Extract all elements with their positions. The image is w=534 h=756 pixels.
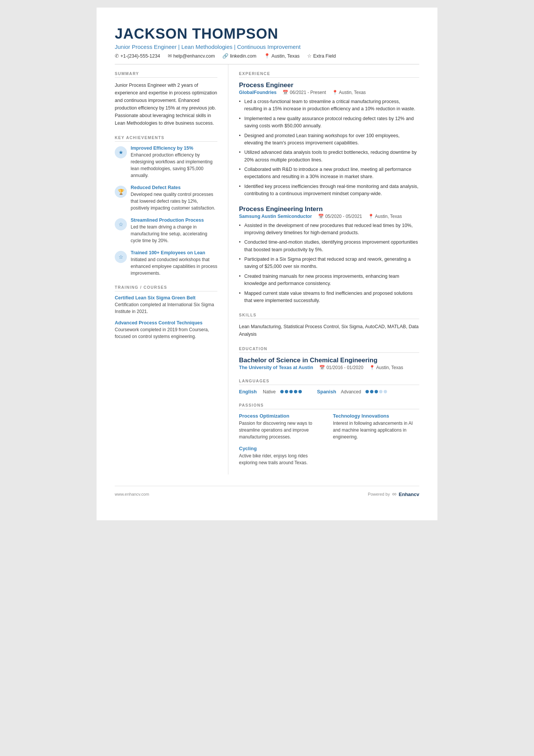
bullet-item: Identified key process inefficiencies th… [239,183,419,198]
job-dates: 📅 05/2020 - 05/2021 [318,214,362,219]
lang-level: Advanced [341,389,361,394]
main-content: SUMMARY Junior Process Engineer with 2 y… [115,64,419,474]
education-section: EDUCATION Bachelor of Science in Chemica… [239,346,419,370]
passion-item: Process Optimization Passion for discove… [239,413,325,440]
languages-label: LANGUAGES [239,379,419,385]
bullet-item: Collaborated with R&D to introduce a new… [239,166,419,181]
job-meta: Samsung Austin Semiconductor 📅 05/2020 -… [239,214,419,219]
bullet-item: Utilized advanced data analysis tools to… [239,149,419,164]
job-block: Process Engineering Intern Samsung Austi… [239,205,419,305]
achievement-content: Improved Efficiency by 15% Enhanced prod… [131,146,217,179]
lang-name: Spanish [317,389,338,394]
right-column: EXPERIENCE Process Engineer GlobalFoundr… [228,64,419,474]
location-contact: 📍 Austin, Texas [264,53,300,59]
job-block: Process Engineer GlobalFoundries 📅 06/20… [239,81,419,198]
pin-icon: 📍 [369,365,375,370]
achievement-desc: Initiated and conducted workshops that e… [131,256,217,277]
extra-value: Extra Field [313,53,336,59]
job-company: GlobalFoundries [239,90,276,95]
location-icon: 📍 [264,53,270,59]
lang-name: English [239,389,260,394]
achievement-content: Reduced Defect Rates Developed new quali… [131,185,217,211]
email-contact: ✉ help@enhancv.com [168,53,215,59]
passion-desc: Passion for discovering new ways to stre… [239,420,325,440]
achievement-icon-star-outline: ☆ [115,218,127,230]
achievement-icon-trophy: 🏆 [115,186,127,198]
achievement-desc: Developed new quality control processes … [131,191,217,211]
passion-item: Technology Innovations Interest in follo… [333,413,419,440]
achievement-desc: Enhanced production efficiency by redesi… [131,152,217,179]
passions-section: PASSIONS Process Optimization Passion fo… [239,403,419,466]
summary-section: SUMMARY Junior Process Engineer with 2 y… [115,71,217,127]
job-title: Process Engineer [239,81,419,89]
achievement-title: Improved Efficiency by 15% [131,146,217,151]
footer: www.enhancv.com Powered by ∞ Enhancv [115,486,419,498]
contact-row: ✆ +1-(234)-555-1234 ✉ help@enhancv.com 🔗… [115,53,419,59]
achievement-desc: Led the team driving a change in manufac… [131,224,217,244]
skills-label: SKILLS [239,313,419,319]
job-location: 📍 Austin, Texas [332,90,366,95]
passion-title: Process Optimization [239,413,325,419]
training-desc: Certification completed at International… [115,301,217,315]
passions-grid: Process Optimization Passion for discove… [239,413,419,466]
location-value: Austin, Texas [272,53,300,59]
achievement-icon-star: ★ [115,146,127,158]
header: JACKSON THOMPSON Junior Process Engineer… [115,26,419,59]
achievement-item: ☆ Streamlined Production Process Led the… [115,218,217,244]
passion-title: Cycling [239,446,325,451]
linkedin-contact: 🔗 linkedin.com [222,53,256,59]
skills-section: SKILLS Lean Manufacturing, Statistical P… [239,313,419,338]
training-item: Certified Lean Six Sigma Green Belt Cert… [115,295,217,315]
edu-location: 📍 Austin, Texas [369,365,403,370]
job-bullets: Assisted in the development of new proce… [239,222,419,305]
dot-filled [289,390,293,393]
edu-dates: 📅 01/2016 - 01/2020 [319,365,363,370]
job-dates: 📅 06/2021 - Present [283,90,326,95]
bullet-item: Created training manuals for new process… [239,273,419,288]
left-column: SUMMARY Junior Process Engineer with 2 y… [115,64,228,474]
bullet-item: Mapped current state value streams to fi… [239,290,419,305]
job-bullets: Led a cross-functional team to streamlin… [239,98,419,198]
edu-degree: Bachelor of Science in Chemical Engineer… [239,357,419,364]
email-value: help@enhancv.com [173,53,215,59]
edu-meta: The University of Texas at Austin 📅 01/2… [239,365,419,370]
languages-section: LANGUAGES English Native [239,379,419,394]
bullet-item: Designed and promoted Lean training work… [239,132,419,147]
footer-url: www.enhancv.com [115,492,149,496]
calendar-icon: 📅 [283,90,288,95]
achievement-content: Trained 100+ Employees on Lean Initiated… [131,250,217,277]
edu-school: The University of Texas at Austin [239,365,313,370]
achievement-item: 🏆 Reduced Defect Rates Developed new qua… [115,185,217,211]
passion-desc: Active bike rider, enjoys long rides exp… [239,452,325,466]
experience-label: EXPERIENCE [239,71,419,78]
achievement-content: Streamlined Production Process Led the t… [131,218,217,244]
training-label: TRAINING / COURSES [115,285,217,291]
dot-filled [365,390,369,393]
achievement-title: Trained 100+ Employees on Lean [131,250,217,255]
language-item: English Native [239,389,302,394]
passions-label: PASSIONS [239,403,419,409]
dot-filled [280,390,284,393]
training-item: Advanced Process Control Techniques Cour… [115,320,217,340]
calendar-icon: 📅 [318,214,324,219]
extra-icon: ☆ [307,53,312,59]
achievement-title: Reduced Defect Rates [131,185,217,190]
resume-page: JACKSON THOMPSON Junior Process Engineer… [97,8,437,520]
brand-name: Enhancv [399,491,419,497]
achievements-label: KEY ACHIEVEMENTS [115,135,217,142]
bullet-item: Led a cross-functional team to streamlin… [239,98,419,113]
dot-filled [298,390,302,393]
extra-contact: ☆ Extra Field [307,53,336,59]
achievement-icon-star-outline2: ☆ [115,251,127,263]
lang-level: Native [263,389,276,394]
job-company: Samsung Austin Semiconductor [239,214,312,219]
achievement-item: ★ Improved Efficiency by 15% Enhanced pr… [115,146,217,179]
passion-desc: Interest in following advancements in AI… [333,420,419,440]
lang-dots [365,390,387,393]
phone-value: +1-(234)-555-1234 [120,53,160,59]
candidate-name: JACKSON THOMPSON [115,26,419,42]
bullet-item: Assisted in the development of new proce… [239,222,419,237]
bullet-item: Implemented a new quality assurance prot… [239,115,419,130]
training-title: Advanced Process Control Techniques [115,320,217,326]
job-title: Process Engineering Intern [239,205,419,213]
